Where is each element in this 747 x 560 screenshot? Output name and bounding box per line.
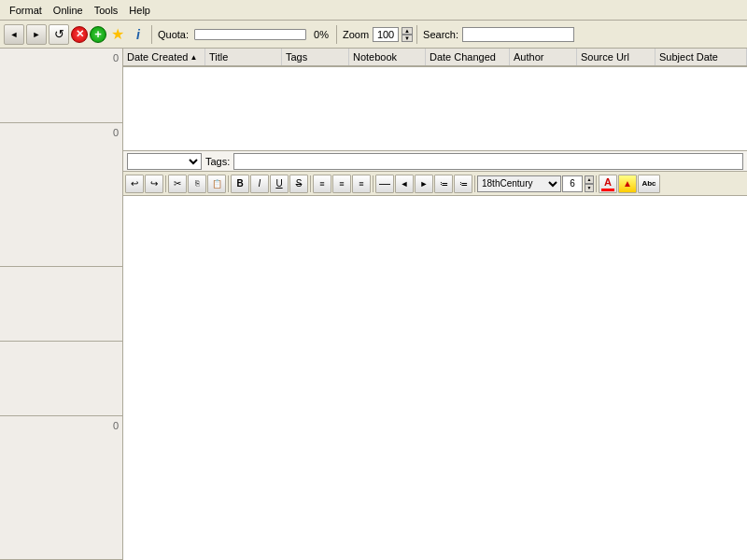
col-date-created-label: Date Created xyxy=(127,51,188,63)
tags-input[interactable] xyxy=(233,153,743,170)
left-section-5: 0 xyxy=(0,416,122,560)
col-author-label: Author xyxy=(514,51,543,63)
quota-bar-container xyxy=(194,29,306,40)
font-color-button[interactable]: A xyxy=(599,175,617,193)
ed-sep-6 xyxy=(596,175,597,192)
forward-button[interactable]: ► xyxy=(26,24,47,45)
toolbar-separator-2 xyxy=(336,25,337,44)
note-editor-area: Tags: ↩ ↪ ✂ ⎘ 📋 B I xyxy=(123,151,747,560)
search-input[interactable] xyxy=(462,27,574,42)
menu-online[interactable]: Online xyxy=(48,3,89,18)
note-list-area[interactable] xyxy=(123,67,747,151)
col-notebook-label: Notebook xyxy=(353,51,397,63)
indent-button[interactable]: ► xyxy=(415,175,433,193)
bullet-list-button[interactable]: ≔ xyxy=(434,175,453,193)
copy-button[interactable]: ⎘ xyxy=(188,175,206,193)
left-section-1: 0 xyxy=(0,49,122,123)
col-tags[interactable]: Tags xyxy=(282,49,349,65)
editor-toolbar: ↩ ↪ ✂ ⎘ 📋 B I U S ≡ xyxy=(123,172,747,196)
col-subject-date[interactable]: Subject Date xyxy=(655,49,747,65)
menu-tools[interactable]: Tools xyxy=(89,3,124,18)
bold-button[interactable]: B xyxy=(231,175,249,193)
section-5-count: 0 xyxy=(113,420,119,431)
main-toolbar: ◄ ► ↺ ✕ + ★ i Quota: 0% Zoom ▲ ▼ Search: xyxy=(0,21,747,49)
col-date-created[interactable]: Date Created ▲ xyxy=(123,49,205,65)
col-subject-date-label: Subject Date xyxy=(659,51,718,63)
align-left-button[interactable]: ≡ xyxy=(313,175,331,193)
highlight-button[interactable]: ▲ xyxy=(618,175,637,193)
left-section-2: 0 xyxy=(0,123,122,267)
quota-label: Quota: xyxy=(158,29,189,40)
menu-format[interactable]: Format xyxy=(4,3,48,18)
col-title[interactable]: Title xyxy=(205,49,282,65)
outdent-button[interactable]: ◄ xyxy=(395,175,414,193)
section-2-count: 0 xyxy=(113,127,119,138)
font-size-up-button[interactable]: ▲ xyxy=(585,175,594,184)
zoom-spinner: ▲ ▼ xyxy=(402,27,413,42)
font-size-input[interactable] xyxy=(562,175,583,192)
zoom-label: Zoom xyxy=(343,29,369,40)
quota-percent: 0% xyxy=(314,29,329,40)
zoom-up-button[interactable]: ▲ xyxy=(402,27,413,35)
col-title-label: Title xyxy=(209,51,228,63)
col-date-changed-label: Date Changed xyxy=(430,51,496,63)
right-panel: Date Created ▲ Title Tags Notebook Date … xyxy=(123,49,747,560)
col-date-changed[interactable]: Date Changed xyxy=(426,49,510,65)
italic-button[interactable]: I xyxy=(250,175,269,193)
left-panel: 0 0 0 xyxy=(0,49,123,560)
menu-help[interactable]: Help xyxy=(123,3,156,18)
num-list-button[interactable]: ≔ xyxy=(454,175,472,193)
cut-button[interactable]: ✂ xyxy=(168,175,187,193)
ed-sep-3 xyxy=(310,175,311,192)
col-tags-label: Tags xyxy=(286,51,307,63)
section-1-count: 0 xyxy=(113,52,119,63)
new-note-button[interactable]: + xyxy=(90,26,106,43)
font-size-down-button[interactable]: ▼ xyxy=(585,184,594,192)
align-center-button[interactable]: ≡ xyxy=(332,175,351,193)
toolbar-separator-3 xyxy=(416,25,417,44)
toolbar-separator-1 xyxy=(151,25,152,44)
sort-arrow-icon: ▲ xyxy=(190,53,197,62)
paste-button[interactable]: 📋 xyxy=(207,175,226,193)
col-source-url-label: Source Url xyxy=(581,51,629,63)
ed-sep-4 xyxy=(373,175,374,192)
favorite-button[interactable]: ★ xyxy=(108,24,127,45)
align-right-button[interactable]: ≡ xyxy=(352,175,371,193)
main-layout: 0 0 0 Date Created ▲ Title Tags Notebook xyxy=(0,49,747,560)
note-notebook-select[interactable] xyxy=(127,153,202,170)
note-title-bar: Tags: xyxy=(123,151,747,172)
col-source-url[interactable]: Source Url xyxy=(577,49,655,65)
font-size-spinner: ▲ ▼ xyxy=(585,175,594,192)
undo-button[interactable]: ↩ xyxy=(125,175,144,193)
spell-check-button[interactable]: Abc xyxy=(638,175,660,193)
ed-sep-5 xyxy=(474,175,475,192)
redo-button[interactable]: ↪ xyxy=(145,175,163,193)
search-label: Search: xyxy=(423,29,458,40)
col-author[interactable]: Author xyxy=(510,49,577,65)
hr-button[interactable]: — xyxy=(375,175,394,193)
info-button[interactable]: i xyxy=(129,24,148,45)
strikethrough-button[interactable]: S xyxy=(289,175,308,193)
tags-label: Tags: xyxy=(205,156,230,167)
zoom-input[interactable] xyxy=(373,27,399,42)
left-section-3 xyxy=(0,267,122,342)
note-list-header: Date Created ▲ Title Tags Notebook Date … xyxy=(123,49,747,67)
back-button[interactable]: ◄ xyxy=(4,24,24,45)
col-notebook[interactable]: Notebook xyxy=(349,49,426,65)
zoom-down-button[interactable]: ▼ xyxy=(402,35,413,42)
ed-sep-1 xyxy=(165,175,166,192)
sync-button[interactable]: ↺ xyxy=(49,24,69,45)
font-select[interactable]: 18thCentury xyxy=(477,175,561,192)
underline-button[interactable]: U xyxy=(270,175,289,193)
editor-content[interactable] xyxy=(123,196,747,560)
left-section-4 xyxy=(0,342,122,416)
ed-sep-2 xyxy=(228,175,229,192)
delete-button[interactable]: ✕ xyxy=(71,26,88,43)
menubar: Format Online Tools Help xyxy=(0,0,747,21)
